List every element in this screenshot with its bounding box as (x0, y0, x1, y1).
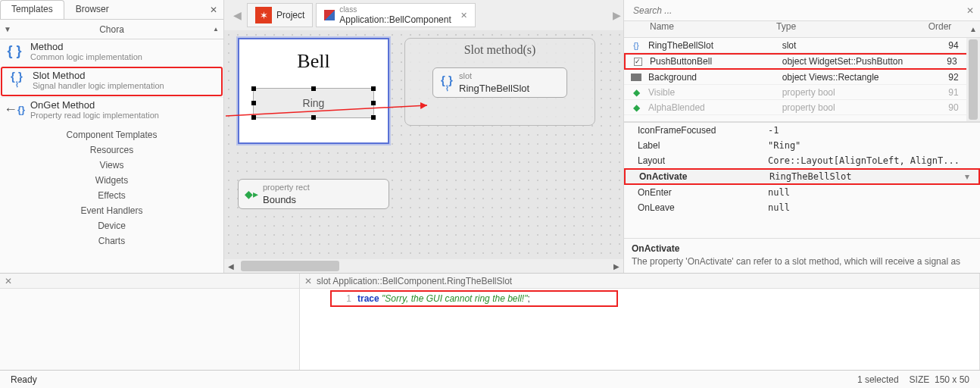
category-item[interactable]: Widgets (95, 173, 128, 188)
member-row[interactable]: {} RingTheBellSlot slot 94 (624, 38, 980, 53)
member-name: AlphaBlended (648, 102, 782, 113)
close-icon[interactable]: ✕ (5, 276, 12, 286)
category-item[interactable]: Effects (98, 188, 125, 203)
template-title: OnGet Method (30, 99, 159, 111)
slot-icon: { }⌇ (439, 74, 454, 92)
property-value[interactable]: null (768, 202, 980, 213)
scroll-left-icon[interactable]: ◀ (224, 259, 238, 273)
property-name: Layout (624, 155, 768, 166)
tab-project[interactable]: ✶ Project (247, 3, 313, 27)
property-row[interactable]: Label "Ring" (624, 138, 980, 153)
template-desc: Signal handler logic implementation (33, 81, 164, 90)
col-name[interactable]: Name (624, 21, 776, 37)
chevron-up-icon[interactable]: ▲ (966, 21, 980, 37)
member-row[interactable]: ◆ AlphaBlended property bool 90 (624, 100, 980, 115)
status-bar: Ready 1 selected SIZE 150 x 50 (0, 370, 980, 388)
property-row[interactable]: OnActivate RingTheBellSlot ▾ (624, 168, 980, 185)
col-order[interactable]: Order (913, 21, 966, 37)
property-row[interactable]: OnLeave null (624, 200, 980, 215)
class-icon (324, 10, 335, 20)
template-slot-method[interactable]: { }⌇ Slot Method Signal handler logic im… (1, 67, 223, 96)
inspector-panel: ✕ Name Type Order ▲ {} RingTheBellSlot s… (624, 0, 980, 273)
member-icon: ✓ (626, 58, 650, 66)
member-name: Background (648, 72, 782, 83)
col-type[interactable]: Type (776, 21, 913, 37)
members-header: Name Type Order ▲ (624, 21, 980, 38)
category-item[interactable]: Component Templates (67, 127, 158, 142)
category-item[interactable]: Device (98, 218, 126, 233)
tab-label: Project (276, 10, 304, 20)
close-icon[interactable]: ✕ (207, 3, 220, 17)
slot-group[interactable]: Slot method(s) { }⌇ slot RingTheBellSlot (404, 38, 595, 126)
code-header: slot Application::BellComponent.RingTheB… (317, 276, 512, 286)
property-row[interactable]: Layout Core::Layout[AlignToLeft, AlignT.… (624, 153, 980, 168)
tab-class[interactable]: class Application::BellComponent ✕ (316, 3, 475, 27)
status-size-value: 150 x 50 (935, 374, 969, 385)
desc-title: OnActivate (632, 243, 972, 255)
property-row[interactable]: IconFrameFocused -1 (624, 123, 980, 138)
tab-label: Application::BellComponent (339, 15, 451, 25)
close-icon[interactable]: ✕ (304, 276, 312, 286)
v-scrollbar[interactable] (966, 38, 980, 121)
templates-group-title: Chora (15, 24, 208, 35)
property-row[interactable]: OnEnter null (624, 185, 980, 200)
property-value[interactable]: Core::Layout[AlignToLeft, AlignT... (768, 155, 980, 166)
close-icon[interactable]: ✕ (460, 11, 467, 20)
chip-name: Bounds (263, 194, 310, 207)
dropdown-icon[interactable]: ▾ (965, 171, 978, 182)
keyword: trace (357, 293, 379, 304)
component-title: Bell (239, 39, 388, 80)
slot-chip[interactable]: { }⌇ slot RingTheBellSlot (432, 67, 567, 98)
nav-next-icon[interactable]: ▶ (610, 8, 623, 22)
property-value[interactable]: -1 (768, 125, 980, 136)
category-item[interactable]: Views (100, 158, 124, 173)
member-row[interactable]: ✓ PushButtonBell object WidgetSet::PushB… (624, 53, 980, 70)
component-preview[interactable]: Bell Ring (238, 38, 389, 144)
member-icon: {} (624, 41, 648, 50)
category-item[interactable]: Resources (90, 142, 133, 158)
chip-type: property rect (263, 181, 310, 194)
secondary-code-panel: ✕ (0, 274, 300, 370)
member-row[interactable]: Background object Views::Rectangle 92 (624, 70, 980, 85)
search-input[interactable] (630, 2, 962, 19)
close-icon[interactable]: ✕ (966, 5, 974, 16)
chip-name: RingTheBellSlot (459, 83, 529, 95)
member-row[interactable]: ◆ Visible property bool 91 (624, 85, 980, 100)
property-value[interactable]: null (768, 187, 980, 198)
member-type: object Views::Rectangle (782, 72, 927, 83)
property-value[interactable]: "Ring" (768, 140, 980, 151)
status-ready: Ready (11, 374, 37, 385)
property-name: OnActivate (626, 171, 769, 182)
templates-panel: Templates Browser ✕ ▼ Chora ▲ { } Method… (0, 0, 224, 273)
scroll-right-icon[interactable]: ▶ (610, 259, 623, 273)
status-selected: 1 selected (857, 374, 899, 385)
desc-body: The property 'OnActivate' can refer to a… (632, 256, 972, 268)
member-type: property bool (782, 87, 927, 98)
property-name: OnEnter (624, 187, 768, 198)
template-onget-method[interactable]: ←{} OnGet Method Property read logic imp… (0, 97, 223, 124)
template-method[interactable]: { } Method Common logic implementation (0, 39, 223, 66)
template-desc: Common logic implementation (30, 52, 142, 61)
member-name: PushButtonBell (650, 56, 782, 67)
scroll-thumb[interactable] (241, 261, 339, 271)
member-type: object WidgetSet::PushButton (782, 56, 925, 67)
tab-browser[interactable]: Browser (64, 0, 120, 19)
chevron-up-icon[interactable]: ▲ (208, 20, 223, 39)
tab-templates[interactable]: Templates (0, 0, 64, 19)
design-canvas[interactable]: Bell Ring Slot method(s) { }⌇ (224, 30, 623, 259)
chevron-down-icon[interactable]: ▼ (0, 20, 15, 39)
ring-button[interactable]: Ring (253, 88, 374, 118)
member-name: Visible (648, 87, 782, 98)
button-label: Ring (303, 97, 325, 109)
code-line[interactable]: 1 trace "Sorry, the GUI cannot ring the … (333, 292, 615, 305)
canvas-panel: ◀ ✶ Project class Application::BellCompo… (224, 0, 624, 273)
onget-icon: ←{} (5, 99, 24, 120)
h-scrollbar[interactable]: ◀ ▶ (224, 259, 623, 273)
property-value[interactable]: RingTheBellSlot (769, 171, 965, 182)
property-name: Label (624, 140, 768, 151)
nav-prev-icon[interactable]: ◀ (230, 8, 244, 22)
category-item[interactable]: Charts (98, 233, 125, 249)
category-item[interactable]: Event Handlers (80, 203, 142, 218)
member-type: slot (782, 40, 927, 51)
bounds-chip[interactable]: ◆▸ property rect Bounds (238, 179, 389, 209)
